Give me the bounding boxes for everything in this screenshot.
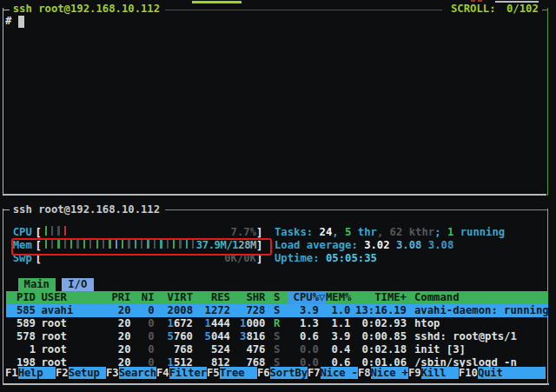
column-header-cpu[interactable]: CPU%: [294, 291, 319, 304]
cell-virt: 5760: [168, 330, 193, 343]
cell-state: S: [274, 330, 280, 343]
cell-time: 0:02.18: [361, 343, 407, 356]
cell-time: 13:16.19: [355, 304, 407, 317]
cell-shr: 476: [246, 343, 265, 356]
top-pane-border-bottom: [3, 194, 546, 196]
cell-pid: 578: [17, 330, 36, 343]
fn-key-action[interactable]: Kill: [421, 367, 459, 379]
tasks-kthr: , 62 kthr: [377, 226, 434, 238]
cell-command: init [3]: [414, 343, 466, 356]
fn-key-label[interactable]: F5: [207, 367, 220, 379]
fn-key-label[interactable]: F8: [358, 367, 371, 379]
process-table-header[interactable]: PIDUSERPRINIVIRTRESSHRSCPU%▽MEM%TIME+Com…: [0, 291, 556, 304]
fn-key-action[interactable]: Nice -: [321, 367, 358, 379]
cell-pri: 20: [118, 343, 131, 356]
column-header-mem[interactable]: MEM%: [326, 291, 351, 304]
terminal-cursor[interactable]: [18, 16, 24, 28]
cell-mem: 3.9: [331, 330, 350, 343]
cell-pri: 20: [118, 317, 131, 330]
tab-io[interactable]: I/O: [62, 278, 94, 291]
cell-pid: 589: [17, 317, 36, 330]
cell-mem: 1.1: [331, 317, 350, 330]
cell-virt: 768: [174, 343, 193, 356]
overlay-red-mark: [471, 0, 475, 2]
cell-cpu: 3.9: [300, 304, 319, 317]
fn-key-action[interactable]: SortBy: [270, 367, 308, 379]
process-row[interactable]: 1root200768524476S0.00.40:02.18init [3]: [0, 343, 556, 356]
fn-key-action[interactable]: Setup: [69, 367, 106, 379]
load-average-label: Load average:: [275, 239, 364, 251]
shell-prompt: #: [5, 15, 11, 28]
tasks-thr-label: thr: [351, 226, 376, 238]
fn-key-action[interactable]: Nice +: [371, 367, 408, 379]
fn-key-label[interactable]: F6: [257, 367, 270, 379]
annotation-highlight-box: [11, 238, 272, 256]
cell-state: S: [274, 343, 280, 356]
fn-key-label[interactable]: F1: [5, 367, 18, 379]
process-row[interactable]: 578root200576050443816S0.63.90:00.85sshd…: [0, 330, 556, 343]
overlay-green-line: [192, 1, 242, 3]
tasks-count: 24: [320, 226, 333, 238]
cell-mem: 0.4: [331, 343, 350, 356]
load-1min: 3.02: [364, 239, 389, 251]
column-header-user[interactable]: USER: [42, 291, 67, 304]
cell-mem: 1.0: [331, 304, 350, 317]
fn-bar-filler: [515, 367, 546, 379]
cell-virt: 1672: [168, 317, 193, 330]
terminal-screen: ssh root@192.168.10.112 SCROLL: 0/102 # …: [0, 0, 556, 392]
column-header-command[interactable]: Command: [414, 291, 460, 304]
cell-pri: 20: [118, 330, 131, 343]
cell-ni: 0: [148, 317, 154, 330]
column-header-shr[interactable]: SHR: [246, 291, 265, 304]
column-header-pri[interactable]: PRI: [111, 291, 130, 304]
cell-command: avahi-daemon: running: [414, 304, 549, 317]
fn-key-label[interactable]: F3: [106, 367, 119, 379]
sort-arrow-icon: ▽: [319, 291, 325, 304]
cell-command: sshd: root@pts/1: [414, 330, 517, 343]
column-header-res[interactable]: RES: [211, 291, 230, 304]
fn-key-label[interactable]: F7: [308, 367, 321, 379]
column-header-time[interactable]: TIME+: [374, 291, 407, 304]
fn-key-label[interactable]: F2: [56, 367, 69, 379]
uptime-value: 05:05:35: [326, 252, 377, 264]
cell-user: avahi: [42, 304, 74, 317]
cell-time: 0:02.93: [361, 317, 407, 330]
cell-res: 1272: [205, 304, 230, 317]
column-header-pid[interactable]: PID: [17, 291, 36, 304]
cell-state: R: [274, 317, 280, 330]
function-key-bar: F1Help F2Setup F3SearchF4FilterF5Tree F6…: [5, 367, 546, 379]
cell-pid: 585: [17, 304, 36, 317]
scroll-indicator-label: SCROLL:: [451, 3, 496, 16]
column-header-state[interactable]: S: [274, 291, 280, 304]
tasks-label: Tasks:: [275, 226, 320, 238]
fn-key-action[interactable]: Quit: [478, 367, 515, 379]
fn-key-action[interactable]: Help: [18, 367, 56, 379]
process-row[interactable]: 585avahi20020081272728S3.91.013:16.19ava…: [0, 304, 556, 317]
cell-res: 524: [211, 343, 230, 356]
cell-res: 1444: [205, 317, 230, 330]
cell-ni: 0: [148, 304, 154, 317]
tab-main[interactable]: Main: [18, 278, 56, 291]
process-row[interactable]: 589root200167214441000R1.31.10:02.93htop: [0, 317, 556, 330]
cell-user: root: [42, 343, 67, 356]
cell-time: 0:00.85: [361, 330, 407, 343]
fn-key-label[interactable]: F10: [459, 367, 478, 379]
cell-virt: 2008: [168, 304, 193, 317]
overlay-red-mark: [478, 0, 482, 2]
fn-key-action[interactable]: Tree: [220, 367, 257, 379]
column-header-ni[interactable]: NI: [142, 291, 155, 304]
bottom-pane-title: ssh root@192.168.10.112: [13, 203, 160, 216]
cell-pid: 1: [30, 343, 36, 356]
top-pane-border-right: [547, 8, 549, 196]
cell-res: 5044: [205, 330, 230, 343]
fn-key-label[interactable]: F4: [156, 367, 169, 379]
cell-cpu: 0.0: [300, 343, 319, 356]
htop-tabs: Main I/O: [0, 278, 556, 291]
fn-key-action[interactable]: Filter: [169, 367, 207, 379]
cell-shr: 728: [246, 304, 265, 317]
cell-command: htop: [414, 317, 440, 330]
cell-user: root: [42, 317, 67, 330]
fn-key-label[interactable]: F9: [408, 367, 421, 379]
fn-key-action[interactable]: Search: [119, 367, 156, 379]
column-header-virt[interactable]: VIRT: [168, 291, 193, 304]
